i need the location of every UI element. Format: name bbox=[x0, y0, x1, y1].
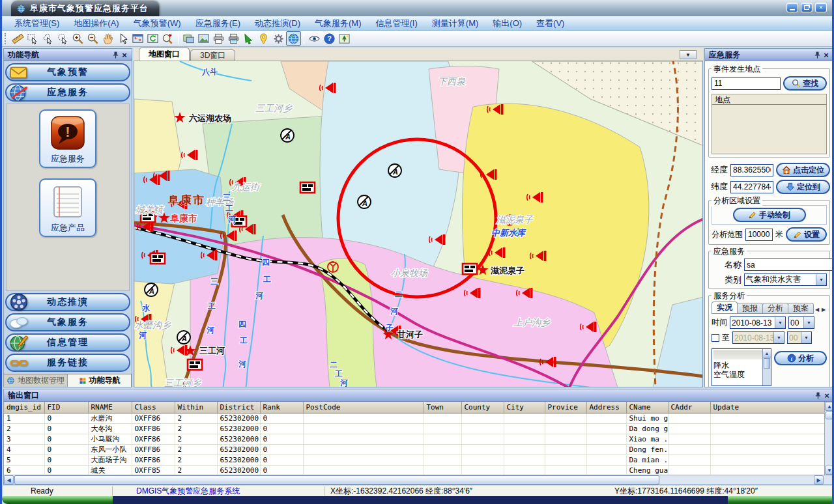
restore-button[interactable] bbox=[801, 3, 812, 12]
station-marker[interactable] bbox=[177, 331, 190, 344]
emergency-product-button[interactable]: 应急产品 bbox=[39, 178, 96, 237]
column-header[interactable]: CName bbox=[626, 402, 668, 413]
close-icon[interactable]: × bbox=[120, 50, 129, 59]
location-list[interactable] bbox=[712, 105, 827, 154]
table-row[interactable]: 50大面场子沟OXFF8626523020000Da mian ... bbox=[4, 455, 834, 466]
column-header[interactable]: FID bbox=[44, 402, 88, 413]
layer-listbox[interactable]: 降水空气温度 ▲ bbox=[712, 348, 771, 386]
facility-marker[interactable] bbox=[188, 359, 202, 370]
emergency-service-button[interactable]: 应急服务 bbox=[39, 109, 96, 168]
export-image-icon[interactable] bbox=[196, 31, 211, 46]
menu-item[interactable]: 信息管理(I) bbox=[369, 16, 425, 31]
close-icon[interactable]: × bbox=[822, 391, 831, 400]
station-marker[interactable] bbox=[388, 164, 401, 177]
latitude-input[interactable] bbox=[730, 181, 773, 193]
pin-icon[interactable] bbox=[812, 50, 822, 59]
table-row[interactable]: 10水磨沟OXFF8626523020000Shui mo gou bbox=[4, 413, 834, 424]
station-marker[interactable] bbox=[145, 283, 158, 296]
manual-draw-button[interactable]: 手动绘制 bbox=[733, 208, 806, 222]
zoom-query-tool-icon[interactable] bbox=[160, 31, 175, 46]
to-checkbox[interactable] bbox=[712, 334, 719, 342]
close-icon[interactable]: × bbox=[822, 50, 831, 59]
select-polygon-tool-icon[interactable] bbox=[40, 31, 55, 46]
menu-item[interactable]: 气象服务(M) bbox=[308, 16, 369, 31]
toolbar-grip[interactable] bbox=[5, 33, 8, 44]
station-marker[interactable] bbox=[281, 129, 294, 142]
analysis-range-input[interactable] bbox=[745, 229, 773, 241]
menu-item[interactable]: 测量计算(M) bbox=[425, 16, 486, 31]
column-header[interactable]: dmgis_id bbox=[4, 402, 44, 413]
scroll-up-icon[interactable]: ▲ bbox=[825, 402, 834, 411]
location-list-header[interactable]: 地点 bbox=[712, 94, 827, 105]
station-marker[interactable] bbox=[358, 195, 371, 208]
facility-marker[interactable] bbox=[300, 182, 315, 193]
zoom-in-tool-icon[interactable] bbox=[70, 31, 85, 46]
longitude-input[interactable] bbox=[730, 164, 773, 176]
analysis-tab[interactable]: 预案 bbox=[788, 303, 814, 313]
column-header[interactable]: Address bbox=[586, 402, 626, 413]
to-date-select[interactable]: 2010-08-13 ▼ bbox=[732, 331, 784, 344]
column-header[interactable]: Town bbox=[424, 402, 461, 413]
table-horizontal-scrollbar[interactable]: ◀ ▶ bbox=[4, 475, 834, 484]
nav-group-bar[interactable]: 信息管理 bbox=[5, 333, 130, 352]
scroll-right-icon[interactable]: ▶ bbox=[814, 475, 824, 484]
table-row[interactable]: 40东风一小队OXFF8626523020000Dong fen... bbox=[4, 445, 834, 455]
menu-item[interactable]: 系统管理(S) bbox=[7, 16, 66, 31]
overview-map-icon[interactable] bbox=[181, 31, 196, 46]
table-row[interactable]: 30小马厩沟OXFF8626523020000Xiao ma ... bbox=[4, 434, 834, 445]
pin-icon[interactable] bbox=[813, 391, 822, 400]
tab-map-data-management[interactable]: 地图数据管理 bbox=[4, 374, 68, 387]
menu-item[interactable]: 地图操作(A) bbox=[66, 16, 126, 31]
column-header[interactable]: County bbox=[461, 402, 504, 413]
facility-marker[interactable] bbox=[151, 253, 165, 264]
table-row[interactable]: 60城关OXFF8526523020000Cheng guan bbox=[4, 466, 834, 475]
table-vertical-scrollbar[interactable]: ▲ ▼ bbox=[824, 402, 834, 475]
column-header[interactable]: RNAME bbox=[88, 402, 132, 413]
menu-item[interactable]: 应急服务(E) bbox=[188, 16, 248, 31]
date-select[interactable]: 2010-08-13 ▼ bbox=[730, 316, 786, 329]
close-button[interactable]: × bbox=[815, 3, 827, 12]
tab-scroll-left-icon[interactable]: ◀ bbox=[814, 305, 820, 314]
layer-visibility-icon[interactable] bbox=[307, 31, 322, 46]
help-icon[interactable] bbox=[322, 31, 337, 46]
service-type-select[interactable]: 气象和洪水灾害 ▼ bbox=[744, 273, 827, 286]
emergency-service-globe-icon[interactable] bbox=[286, 31, 301, 46]
settings-icon[interactable] bbox=[271, 31, 286, 46]
set-range-button[interactable]: 设置 bbox=[786, 227, 827, 242]
nav-group-bar[interactable]: 动态推演 bbox=[5, 293, 130, 311]
full-extent-icon[interactable] bbox=[130, 31, 145, 46]
nav-group-bar[interactable]: 气象服务 bbox=[5, 313, 130, 331]
hour-select[interactable]: 00 ▼ bbox=[788, 316, 814, 329]
navigate-tool-icon[interactable] bbox=[241, 31, 256, 46]
listbox-scrollbar[interactable]: ▲ bbox=[762, 349, 771, 385]
print-icon[interactable] bbox=[211, 31, 226, 46]
pointer-tool-icon[interactable] bbox=[115, 31, 130, 46]
column-header[interactable]: District bbox=[217, 402, 260, 413]
column-header[interactable]: City bbox=[504, 402, 545, 413]
minimize-button[interactable] bbox=[786, 3, 798, 12]
map-tab-inactive[interactable]: 3D窗口 bbox=[190, 49, 235, 61]
map-tab-active[interactable]: 地图窗口 bbox=[139, 48, 190, 61]
to-hour-select[interactable]: 00 ▼ bbox=[787, 331, 812, 344]
menu-item[interactable]: 气象预警(W) bbox=[126, 16, 188, 31]
analysis-tab[interactable]: 实况 bbox=[712, 301, 738, 313]
print-preview-icon[interactable] bbox=[226, 31, 241, 46]
column-header[interactable]: PostCode bbox=[303, 402, 424, 413]
analyze-button[interactable]: 分析 bbox=[774, 351, 827, 365]
measure-tool-icon[interactable] bbox=[10, 31, 25, 46]
scroll-down-icon[interactable]: ▼ bbox=[825, 466, 834, 475]
service-name-input[interactable] bbox=[744, 259, 833, 271]
location-search-input[interactable] bbox=[712, 77, 781, 90]
nav-group-bar[interactable]: 气象预警 bbox=[5, 63, 130, 81]
column-header[interactable]: CAddr bbox=[668, 402, 710, 413]
facility-marker[interactable] bbox=[463, 264, 477, 274]
click-locate-button[interactable]: 点击定位 bbox=[776, 163, 830, 177]
menu-item[interactable]: 动态推演(D) bbox=[248, 16, 308, 31]
nav-group-bar[interactable]: 应急服务 bbox=[5, 83, 130, 102]
column-header[interactable]: Provice bbox=[545, 402, 586, 413]
scene-image-icon[interactable] bbox=[337, 31, 352, 46]
pin-icon[interactable] bbox=[111, 50, 120, 59]
locate-to-button[interactable]: 定位到 bbox=[776, 180, 830, 194]
pan-tool-icon[interactable] bbox=[100, 31, 115, 46]
select-circle-tool-icon[interactable] bbox=[55, 31, 70, 46]
